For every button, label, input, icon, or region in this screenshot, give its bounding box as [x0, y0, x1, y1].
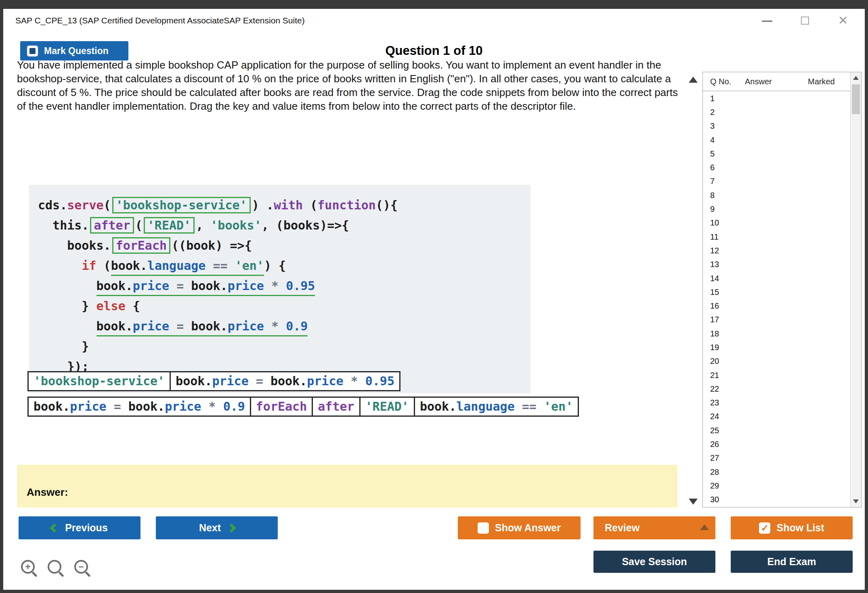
- question-list-row[interactable]: 2: [703, 105, 850, 119]
- question-number: 17: [710, 315, 719, 324]
- question-number: 29: [710, 481, 719, 491]
- show-list-button[interactable]: ✓ Show List: [731, 516, 853, 539]
- code-line: book.price = book.price * 0.9: [38, 316, 530, 336]
- scrollbar-up-button[interactable]: [851, 72, 861, 84]
- question-list-row[interactable]: 24: [703, 410, 850, 424]
- question-list-row[interactable]: 20: [703, 355, 850, 368]
- zoom-out-button[interactable]: −: [74, 560, 93, 578]
- content-scroll-down-button[interactable]: [689, 499, 698, 505]
- question-list-row[interactable]: 23: [703, 396, 850, 410]
- code-line: if (book.language == 'en') {: [38, 256, 530, 276]
- question-list-row[interactable]: 25: [703, 424, 850, 437]
- question-list-row[interactable]: 7: [703, 175, 850, 188]
- question-list-row[interactable]: 29: [703, 479, 850, 493]
- question-list-scrollbar: [850, 72, 861, 507]
- question-number: 8: [710, 191, 715, 200]
- check-icon: ✓: [761, 522, 769, 534]
- question-list-row[interactable]: 22: [703, 382, 850, 396]
- review-button[interactable]: Review: [593, 516, 715, 539]
- drag-item[interactable]: book.price = book.price * 0.95: [170, 371, 400, 391]
- question-list-row[interactable]: 5: [703, 147, 850, 161]
- question-list-row[interactable]: 28: [703, 465, 850, 479]
- magnifier-handle-icon: [31, 571, 37, 577]
- magnifier-handle-icon: [85, 571, 90, 577]
- content-scroll-up-button[interactable]: [689, 77, 698, 83]
- question-list-row[interactable]: 21: [703, 368, 850, 382]
- scroll-down-icon: [689, 499, 698, 505]
- drag-item[interactable]: book.price = book.price * 0.9: [27, 397, 251, 417]
- maximize-icon[interactable]: [799, 15, 811, 26]
- question-list-row[interactable]: 10: [703, 216, 850, 230]
- question-list-row[interactable]: 27: [703, 451, 850, 465]
- scrollbar-thumb[interactable]: [852, 84, 860, 114]
- previous-button[interactable]: Previous: [19, 516, 140, 539]
- question-number: 3: [710, 121, 715, 131]
- question-number: 24: [710, 412, 719, 421]
- question-list-row[interactable]: 12: [703, 244, 850, 257]
- question-number: 12: [710, 246, 719, 255]
- question-number: 23: [710, 398, 719, 407]
- question-number: 1: [710, 94, 715, 103]
- zoom-controls: + −: [21, 560, 93, 578]
- drag-row-1: 'bookshop-service'book.price = book.pric…: [27, 371, 400, 391]
- close-icon[interactable]: ✕: [837, 15, 849, 26]
- code-line: this.after('READ', 'books', (books)=>{: [38, 215, 530, 236]
- question-list-row[interactable]: 17: [703, 313, 850, 327]
- question-list-body: 1234567891011121314151617181920212223242…: [703, 92, 850, 507]
- drag-row-2: book.price = book.price * 0.9forEachafte…: [27, 397, 579, 417]
- question-number: 30: [710, 495, 719, 504]
- question-list-row[interactable]: 6: [703, 161, 850, 174]
- question-list-row[interactable]: 14: [703, 271, 850, 285]
- drag-item[interactable]: 'READ': [359, 397, 415, 417]
- scroll-down-icon: [853, 499, 859, 503]
- question-list-row[interactable]: 9: [703, 202, 850, 216]
- question-list-row[interactable]: 8: [703, 188, 850, 202]
- question-list-row[interactable]: 1: [703, 92, 850, 105]
- screen: SAP C_CPE_13 (SAP Certified Development …: [0, 0, 868, 593]
- show-answer-checkbox[interactable]: [478, 522, 489, 534]
- question-text: You have implemented a simple bookshop C…: [17, 58, 680, 113]
- question-number: 26: [710, 440, 719, 449]
- previous-label: Previous: [65, 522, 108, 534]
- question-list-row[interactable]: 13: [703, 258, 850, 271]
- drag-item[interactable]: 'bookshop-service': [27, 371, 171, 391]
- question-number: 14: [710, 274, 719, 283]
- next-button[interactable]: Next: [156, 516, 278, 539]
- drag-item[interactable]: after: [312, 397, 360, 417]
- minimize-icon[interactable]: [761, 15, 773, 26]
- end-exam-button[interactable]: End Exam: [731, 551, 853, 573]
- question-list-row[interactable]: 18: [703, 327, 850, 340]
- question-list-panel: Q No. Answer Marked 12345678910111213141…: [702, 72, 862, 507]
- question-list-row[interactable]: 11: [703, 230, 850, 244]
- scrollbar-down-button[interactable]: [851, 496, 861, 507]
- save-session-label: Save Session: [622, 556, 687, 568]
- question-number: 19: [710, 343, 719, 352]
- question-list-row[interactable]: 16: [703, 299, 850, 313]
- title-bar: SAP C_CPE_13 (SAP Certified Development …: [3, 9, 865, 32]
- zoom-reset-button[interactable]: [48, 560, 66, 578]
- chevron-left-icon: [50, 523, 59, 532]
- question-number: 21: [710, 371, 719, 380]
- show-list-checkbox[interactable]: ✓: [759, 522, 770, 534]
- question-list-row[interactable]: 26: [703, 437, 850, 451]
- window-controls: ✕: [761, 15, 849, 26]
- question-list-row[interactable]: 3: [703, 119, 850, 133]
- question-number: 16: [710, 301, 719, 311]
- zoom-in-button[interactable]: +: [21, 560, 40, 578]
- question-list-row[interactable]: 4: [703, 133, 850, 147]
- code-line: cds.serve('bookshop-service') .with (fun…: [38, 195, 530, 215]
- magnifier-handle-icon: [58, 571, 64, 577]
- show-list-label: Show List: [776, 522, 824, 534]
- question-number: 4: [710, 136, 715, 145]
- scroll-up-icon: [853, 76, 859, 80]
- save-session-button[interactable]: Save Session: [593, 551, 715, 573]
- question-list-row[interactable]: 30: [703, 493, 850, 507]
- show-answer-button[interactable]: Show Answer: [458, 516, 581, 539]
- question-list-row[interactable]: 19: [703, 340, 850, 354]
- question-number: 27: [710, 453, 719, 463]
- answer-area: Answer:: [17, 465, 677, 507]
- question-list-row[interactable]: 15: [703, 285, 850, 299]
- question-number: 9: [710, 205, 715, 214]
- drag-item[interactable]: book.language == 'en': [414, 397, 579, 417]
- drag-item[interactable]: forEach: [250, 397, 313, 417]
